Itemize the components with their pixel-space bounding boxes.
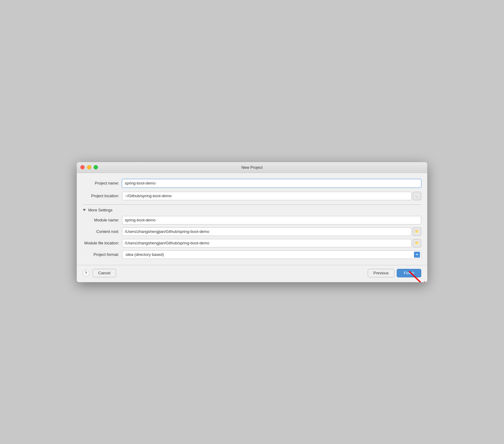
footer-right: Previous Finish [368,269,421,277]
finish-button[interactable]: Finish [397,269,421,277]
content-root-label: Content root: [83,229,122,234]
project-location-input[interactable] [122,192,412,200]
more-settings-header[interactable]: More Settings [83,208,421,212]
previous-button[interactable]: Previous [368,269,395,277]
window-controls [80,165,98,169]
project-name-label: Project name: [83,181,122,185]
content-root-browse-button[interactable]: 📁 [413,227,421,236]
project-name-row: Project name: [83,179,421,188]
more-settings-fields: Module name: Content root: 📁 Module f [83,216,421,265]
maximize-button[interactable] [94,165,98,169]
close-button[interactable] [80,165,85,169]
footer-left: ? Cancel [83,269,116,277]
more-settings-section: More Settings Module name: Content root:… [83,204,421,265]
project-location-input-group: ... [122,192,421,200]
project-name-input[interactable] [122,179,421,188]
minimize-button[interactable] [87,165,91,169]
window-title: New Project [241,165,263,170]
more-settings-label: More Settings [88,208,112,212]
project-format-select-wrapper: .idea (directory based) .ipr (file based… [122,250,421,259]
cancel-button[interactable]: Cancel [92,269,116,277]
footer: ? Cancel Previous Finish [77,265,427,282]
project-location-browse-button[interactable]: ... [413,192,421,200]
content-root-row: Content root: 📁 [83,227,421,236]
project-format-select[interactable]: .idea (directory based) .ipr (file based… [122,250,421,259]
new-project-window: New Project Project name: Project locati… [77,162,427,282]
folder-icon: 📁 [415,241,419,245]
project-format-row: Project format: .idea (directory based) … [83,250,421,259]
project-location-label: Project location: [83,194,122,198]
module-file-location-browse-button[interactable]: 📁 [413,239,421,247]
module-file-location-input[interactable] [122,239,412,247]
project-format-label: Project format: [83,252,122,257]
main-content: Project name: Project location: ... More… [77,173,427,265]
content-root-input[interactable] [122,227,412,236]
module-file-location-row: Module file location: 📁 [83,239,421,247]
titlebar: New Project [77,162,427,173]
module-file-location-input-group: 📁 [122,239,421,247]
module-name-label: Module name: [83,218,122,222]
module-name-input[interactable] [122,216,421,224]
module-name-row: Module name: [83,216,421,224]
triangle-expand-icon [83,209,86,211]
project-location-row: Project location: ... [83,192,421,200]
module-file-location-label: Module file location: [83,241,122,245]
content-root-input-group: 📁 [122,227,421,236]
help-button[interactable]: ? [83,270,89,276]
folder-icon: 📁 [415,230,419,233]
